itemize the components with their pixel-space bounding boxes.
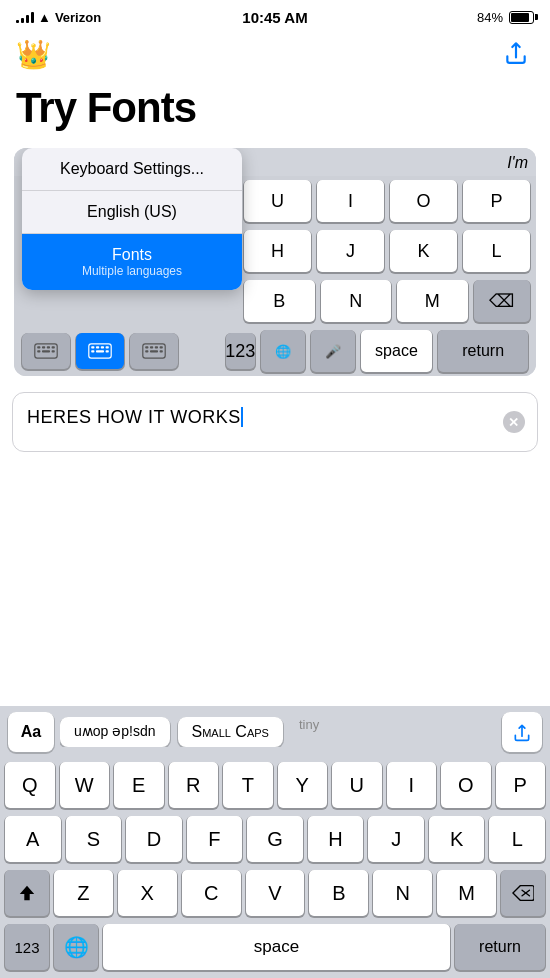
- key-f[interactable]: F: [187, 816, 243, 862]
- key-I[interactable]: I: [317, 180, 384, 222]
- key-M[interactable]: M: [397, 280, 468, 322]
- svg-rect-15: [106, 350, 109, 352]
- key-L[interactable]: L: [463, 230, 530, 272]
- key-123[interactable]: 123: [5, 924, 49, 970]
- key-o[interactable]: O: [441, 762, 491, 808]
- key-globe[interactable]: 🌐: [54, 924, 98, 970]
- key-a[interactable]: A: [5, 816, 61, 862]
- key-y[interactable]: Y: [278, 762, 328, 808]
- kb-space-btn[interactable]: space: [361, 330, 433, 372]
- key-backspace[interactable]: ⌫: [474, 280, 530, 322]
- share-icon: [503, 39, 529, 69]
- main-kb-row-3: Z X C V B N M: [0, 866, 550, 920]
- battery-icon: [509, 11, 534, 24]
- kb-return-btn[interactable]: return: [438, 330, 528, 372]
- text-input-area[interactable]: HERES HOW IT WORKS ✕: [12, 392, 538, 452]
- svg-rect-9: [91, 346, 94, 348]
- keyboard-popup: Keyboard Settings... English (US) Fonts …: [22, 148, 242, 290]
- key-shift[interactable]: [5, 870, 49, 916]
- key-u[interactable]: U: [332, 762, 382, 808]
- key-p[interactable]: P: [496, 762, 546, 808]
- key-w[interactable]: W: [60, 762, 110, 808]
- key-s[interactable]: S: [66, 816, 122, 862]
- key-b[interactable]: B: [309, 870, 368, 916]
- keyboard-switch-row: 123 🌐 🎤 space return: [14, 326, 536, 376]
- font-upside-down-option[interactable]: uʍop ǝp!sdn: [60, 717, 170, 747]
- key-n[interactable]: N: [373, 870, 432, 916]
- key-g[interactable]: G: [247, 816, 303, 862]
- key-e[interactable]: E: [114, 762, 164, 808]
- svg-rect-3: [47, 346, 50, 348]
- key-d[interactable]: D: [126, 816, 182, 862]
- font-small-caps-option[interactable]: Small Caps: [178, 717, 283, 747]
- main-keyboard: Q W E R T Y U I O P A S D F G H J K L: [0, 756, 550, 978]
- key-O[interactable]: O: [390, 180, 457, 222]
- kb-switch-key-2[interactable]: [76, 333, 124, 369]
- popup-fonts-sublabel: Multiple languages: [38, 264, 226, 278]
- main-kb-bottom-row: 123 🌐 space return: [0, 920, 550, 978]
- key-c[interactable]: C: [182, 870, 241, 916]
- key-B[interactable]: B: [244, 280, 315, 322]
- key-r[interactable]: R: [169, 762, 219, 808]
- font-style-row: Aa uʍop ǝp!sdn Small Caps tiny: [0, 706, 550, 756]
- svg-rect-23: [160, 350, 163, 352]
- key-x[interactable]: X: [118, 870, 177, 916]
- battery-percent: 84%: [477, 10, 503, 25]
- key-P[interactable]: P: [463, 180, 530, 222]
- popup-keyboard-settings[interactable]: Keyboard Settings...: [22, 148, 242, 191]
- svg-rect-11: [101, 346, 104, 348]
- key-t[interactable]: T: [223, 762, 273, 808]
- kb-globe-btn[interactable]: 🌐: [261, 330, 305, 372]
- key-m[interactable]: M: [437, 870, 496, 916]
- kb-switch-key-1[interactable]: [22, 333, 70, 369]
- svg-rect-22: [150, 350, 158, 352]
- page-title: Try Fonts: [0, 80, 550, 148]
- svg-rect-17: [145, 346, 148, 348]
- svg-rect-2: [42, 346, 45, 348]
- wifi-icon: ▲: [38, 10, 51, 25]
- kb-switch-key-3[interactable]: [130, 333, 178, 369]
- key-q[interactable]: Q: [5, 762, 55, 808]
- key-H[interactable]: H: [244, 230, 311, 272]
- custom-keyboard: Aa uʍop ǝp!sdn Small Caps tiny Q W E R T…: [0, 706, 550, 978]
- svg-rect-18: [150, 346, 153, 348]
- font-aa-button[interactable]: Aa: [8, 712, 54, 752]
- text-cursor: [241, 407, 243, 427]
- key-l[interactable]: L: [489, 816, 545, 862]
- key-return[interactable]: return: [455, 924, 545, 970]
- svg-rect-1: [37, 346, 40, 348]
- text-input-value: HERES HOW IT WORKS: [27, 407, 241, 427]
- svg-rect-5: [37, 350, 40, 352]
- clear-button[interactable]: ✕: [503, 411, 525, 433]
- svg-rect-12: [106, 346, 109, 348]
- key-j[interactable]: J: [368, 816, 424, 862]
- key-N[interactable]: N: [321, 280, 392, 322]
- font-style-options: uʍop ǝp!sdn Small Caps tiny: [60, 717, 498, 747]
- svg-rect-13: [91, 350, 94, 352]
- kb-number-btn[interactable]: 123: [226, 333, 255, 369]
- key-backspace-main[interactable]: [501, 870, 545, 916]
- carrier-name: Verizon: [55, 10, 101, 25]
- key-h[interactable]: H: [308, 816, 364, 862]
- kb-mic-btn[interactable]: 🎤: [311, 330, 355, 372]
- key-k[interactable]: K: [429, 816, 485, 862]
- svg-rect-21: [145, 350, 148, 352]
- key-U[interactable]: U: [244, 180, 311, 222]
- main-kb-row-2: A S D F G H J K L: [0, 812, 550, 866]
- autocorrect-suggestion[interactable]: I'm: [507, 154, 528, 172]
- key-space[interactable]: space: [103, 924, 450, 970]
- key-i[interactable]: I: [387, 762, 437, 808]
- share-button[interactable]: [498, 36, 534, 72]
- key-J[interactable]: J: [317, 230, 384, 272]
- font-tiny-label: tiny: [291, 717, 327, 747]
- app-header: 👑: [0, 32, 550, 80]
- popup-fonts[interactable]: Fonts Multiple languages: [22, 234, 242, 290]
- svg-rect-7: [52, 350, 55, 352]
- popup-english[interactable]: English (US): [22, 191, 242, 234]
- battery-area: 84%: [477, 10, 534, 25]
- key-z[interactable]: Z: [54, 870, 113, 916]
- font-share-button[interactable]: [502, 712, 542, 752]
- signal-icon: [16, 11, 34, 23]
- key-K[interactable]: K: [390, 230, 457, 272]
- key-v[interactable]: V: [246, 870, 305, 916]
